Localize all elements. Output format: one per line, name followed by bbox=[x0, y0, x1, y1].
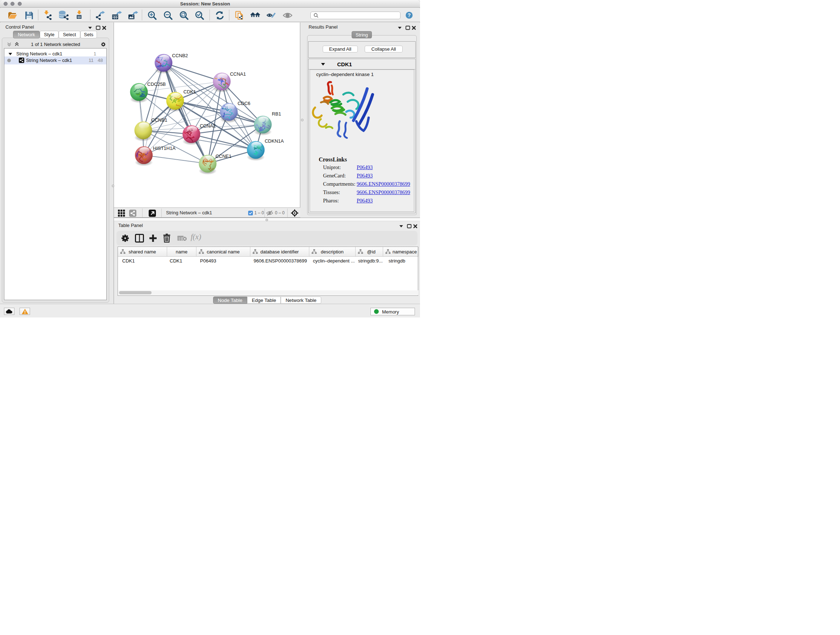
svg-text:CDK1: CDK1 bbox=[183, 89, 196, 95]
svg-text:CCNB2: CCNB2 bbox=[172, 53, 188, 58]
svg-text:?: ? bbox=[408, 12, 411, 18]
svg-text:HIST1H1A: HIST1H1A bbox=[153, 146, 175, 151]
svg-text:CDKN1A: CDKN1A bbox=[265, 138, 284, 144]
svg-text:CCNA1: CCNA1 bbox=[230, 71, 246, 77]
svg-text:CCNA2: CCNA2 bbox=[200, 123, 216, 128]
svg-text:CDC6: CDC6 bbox=[238, 101, 250, 106]
svg-text:RB1: RB1 bbox=[272, 111, 281, 117]
svg-text:CDC25B: CDC25B bbox=[147, 81, 166, 87]
svg-text:CCNE1: CCNE1 bbox=[216, 154, 232, 159]
svg-text:CCNB1: CCNB1 bbox=[151, 117, 167, 123]
